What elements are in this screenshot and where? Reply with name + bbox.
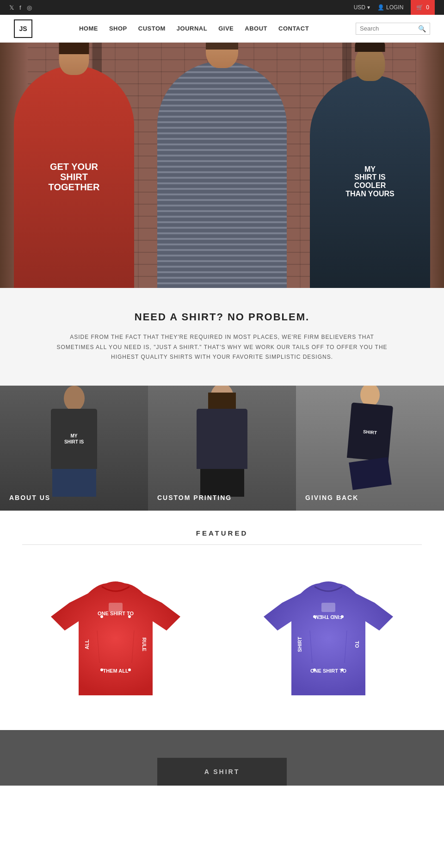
nav-custom[interactable]: CUSTOM bbox=[138, 25, 166, 32]
about-us-silhouette: MYSHIRT IS bbox=[0, 386, 148, 511]
shirt-text-right: MYSHIRT ISCOOLERTHAN YOURS bbox=[336, 156, 404, 207]
nav-give[interactable]: GIVE bbox=[218, 25, 234, 32]
featured-divider bbox=[22, 544, 422, 545]
site-logo[interactable]: JS bbox=[14, 19, 32, 38]
hero-figures: GET YOURSHIRTTOGETHER bbox=[0, 43, 444, 288]
svg-point-19 bbox=[341, 615, 344, 618]
silhouette-person-3: SHIRT bbox=[349, 386, 391, 487]
cart-icon: 🛒 bbox=[416, 4, 423, 11]
silhouette-legs-2 bbox=[200, 469, 244, 497]
person-left: GET YOURSHIRTTOGETHER bbox=[0, 43, 148, 288]
shirt-navy: MYSHIRT ISCOOLERTHAN YOURS bbox=[310, 75, 430, 288]
svg-text:ALL: ALL bbox=[84, 639, 90, 649]
svg-point-9 bbox=[100, 668, 103, 671]
cart-button[interactable]: 🛒 0 bbox=[411, 0, 435, 15]
silhouette-person-2 bbox=[197, 386, 247, 497]
category-label-about-us: ABOUT US bbox=[9, 494, 50, 501]
svg-point-21 bbox=[341, 668, 344, 671]
product-card-blue[interactable]: FIND THEM ONE SHIRT TO TO SHIRT bbox=[231, 563, 426, 712]
nav-home[interactable]: HOME bbox=[79, 25, 98, 32]
svg-point-18 bbox=[313, 615, 316, 618]
shirt-red-left: GET YOURSHIRTTOGETHER bbox=[14, 66, 134, 288]
shirt-stripes bbox=[157, 61, 287, 288]
login-label: LOGIN bbox=[386, 4, 403, 11]
twitter-link[interactable]: 𝕏 bbox=[9, 4, 14, 11]
nav-bar: JS HOME SHOP CUSTOM JOURNAL GIVE ABOUT C… bbox=[0, 15, 444, 43]
currency-selector[interactable]: USD ▾ bbox=[354, 4, 370, 11]
person-center bbox=[148, 43, 296, 288]
svg-text:RULE: RULE bbox=[142, 637, 147, 651]
search-input[interactable] bbox=[360, 25, 415, 32]
svg-point-8 bbox=[128, 615, 131, 618]
nav-shop[interactable]: SHOP bbox=[109, 25, 127, 32]
silhouette-legs-1 bbox=[52, 469, 96, 497]
product-grid: ONE SHIRT TO RULE THEM ALL ONE SHIRT TO … bbox=[0, 563, 444, 730]
search-icon: 🔍 bbox=[418, 25, 426, 32]
svg-point-7 bbox=[100, 615, 103, 618]
category-giving-back[interactable]: SHIRT GIVING BACK bbox=[296, 386, 444, 511]
svg-point-20 bbox=[313, 668, 316, 671]
login-link[interactable]: 👤 LOGIN bbox=[377, 4, 403, 11]
user-icon: 👤 bbox=[377, 4, 384, 11]
svg-text:THEM ALL: THEM ALL bbox=[103, 668, 128, 674]
featured-title: FEATURED bbox=[0, 529, 444, 537]
svg-rect-13 bbox=[321, 603, 335, 612]
hair-center bbox=[206, 43, 238, 50]
product-image-red: ONE SHIRT TO RULE THEM ALL ONE SHIRT TO … bbox=[18, 563, 213, 712]
instagram-link[interactable]: ◎ bbox=[27, 4, 32, 11]
bottom-section: A SHIRT bbox=[0, 730, 444, 786]
shirt-svg-red: ONE SHIRT TO RULE THEM ALL ONE SHIRT TO … bbox=[51, 570, 180, 705]
search-bar: 🔍 bbox=[356, 23, 430, 35]
product-card-red[interactable]: ONE SHIRT TO RULE THEM ALL ONE SHIRT TO … bbox=[18, 563, 213, 712]
need-shirt-body: ASIDE FROM THE FACT THAT THEY'RE REQUIRE… bbox=[56, 332, 388, 362]
shirt-striped bbox=[157, 61, 287, 288]
hair-left bbox=[59, 43, 89, 54]
svg-text:FIND THEM: FIND THEM bbox=[314, 614, 342, 620]
featured-section: FEATURED bbox=[0, 511, 444, 730]
category-label-giving-back: GIVING BACK bbox=[305, 494, 358, 501]
silhouette-body-1: MYSHIRT IS bbox=[51, 409, 97, 469]
svg-text:ONE SHIRT TO: ONE SHIRT TO bbox=[310, 668, 346, 674]
shirt-label-3: SHIRT bbox=[361, 426, 379, 437]
person-right: MYSHIRT ISCOOLERTHAN YOURS bbox=[296, 43, 444, 288]
bottom-panel[interactable]: A SHIRT bbox=[157, 758, 287, 786]
top-bar-right: USD ▾ 👤 LOGIN 🛒 0 bbox=[354, 0, 435, 15]
product-image-blue: FIND THEM ONE SHIRT TO TO SHIRT bbox=[231, 563, 426, 712]
nav-journal[interactable]: JOURNAL bbox=[177, 25, 207, 32]
silhouette-body-2 bbox=[197, 409, 247, 469]
category-custom-printing[interactable]: CUSTOM PRINTING bbox=[148, 386, 296, 511]
bottom-panel-text: A SHIRT bbox=[204, 768, 240, 775]
shirt-label-2 bbox=[220, 437, 224, 441]
social-links: 𝕏 f ◎ bbox=[9, 4, 32, 11]
facebook-link[interactable]: f bbox=[19, 4, 21, 11]
silhouette-body-3: SHIRT bbox=[347, 402, 393, 461]
svg-text:TO: TO bbox=[354, 641, 360, 648]
shirt-text-left: GET YOURSHIRTTOGETHER bbox=[39, 152, 109, 201]
silhouette-head-1 bbox=[64, 386, 85, 411]
nav-contact[interactable]: CONTACT bbox=[278, 25, 309, 32]
custom-printing-silhouette bbox=[148, 386, 296, 511]
shirt-svg-blue: FIND THEM ONE SHIRT TO TO SHIRT bbox=[264, 570, 393, 705]
search-button[interactable]: 🔍 bbox=[418, 25, 426, 32]
chevron-down-icon: ▾ bbox=[367, 4, 370, 11]
nav-about[interactable]: ABOUT bbox=[245, 25, 267, 32]
category-columns: MYSHIRT IS ABOUT US CUSTOM PRINTING bbox=[0, 386, 444, 511]
cart-count: 0 bbox=[426, 4, 429, 11]
hair-right bbox=[355, 43, 385, 52]
category-about-us[interactable]: MYSHIRT IS ABOUT US bbox=[0, 386, 148, 511]
hero-image: GET YOURSHIRTTOGETHER bbox=[0, 43, 444, 288]
silhouette-person-1: MYSHIRT IS bbox=[51, 386, 97, 497]
need-shirt-title: NEED A SHIRT? NO PROBLEM. bbox=[56, 311, 388, 323]
svg-text:SHIRT: SHIRT bbox=[297, 637, 302, 652]
currency-label: USD bbox=[354, 4, 365, 11]
category-label-custom-printing: CUSTOM PRINTING bbox=[157, 494, 232, 501]
shirt-label-1: MYSHIRT IS bbox=[62, 431, 86, 447]
need-shirt-section: NEED A SHIRT? NO PROBLEM. ASIDE FROM THE… bbox=[0, 288, 444, 386]
nav-links: HOME SHOP CUSTOM JOURNAL GIVE ABOUT CONT… bbox=[79, 25, 309, 32]
giving-back-silhouette: SHIRT bbox=[296, 386, 444, 511]
silhouette-legs-3 bbox=[349, 457, 392, 490]
top-bar: 𝕏 f ◎ USD ▾ 👤 LOGIN 🛒 0 bbox=[0, 0, 444, 15]
svg-text:ONE SHIRT TO: ONE SHIRT TO bbox=[98, 611, 134, 616]
svg-point-10 bbox=[128, 668, 131, 671]
stripe-pattern bbox=[157, 61, 287, 288]
